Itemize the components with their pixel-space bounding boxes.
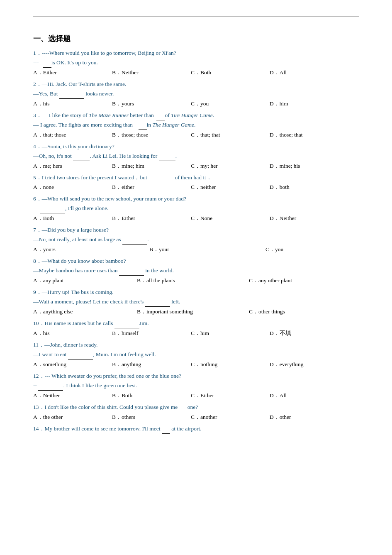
q7-options: A．yours B．your C．you <box>33 246 359 253</box>
q1-opt-c[interactable]: C．Both <box>191 69 270 76</box>
q11-line1: 11．—John, dinner is ready. <box>33 340 359 350</box>
q9-options: A．anything else B．important something C．… <box>33 308 359 315</box>
q3-line2: — I agree. The fights are more exciting … <box>33 120 359 130</box>
q10-opt-c[interactable]: C．him <box>191 330 270 337</box>
q4-opt-a[interactable]: A．me; hers <box>33 162 112 170</box>
q2-opt-c[interactable]: C．you <box>191 100 270 108</box>
q4-options: A．me; hers B．mine; him C．my; her D．mine;… <box>33 162 359 170</box>
q9-line2: —Wait a moment, please! Let me check if … <box>33 297 359 307</box>
q3-opt-c[interactable]: C．that; that <box>191 131 270 139</box>
q9-opt-c[interactable]: C．other things <box>249 308 332 315</box>
q8-line1: 8．—What do you know about bamboo? <box>33 257 359 266</box>
question-12: 12．--- Which sweater do you prefer, the … <box>33 372 359 399</box>
q8-opt-c[interactable]: C．any other plant <box>249 277 344 284</box>
q10-opt-a[interactable]: A．his <box>33 330 112 337</box>
q5-options: A．none B．either C．neither D．both <box>33 183 359 191</box>
q2-opt-d[interactable]: D．him <box>270 100 348 108</box>
q11-line2: —I want to eat , Mum. I'm not feeling we… <box>33 350 359 359</box>
q2-options: A．his B．yours C．you D．him <box>33 100 359 108</box>
question-4: 4．—Sonia, is this your dictionary? —Oh, … <box>33 142 359 170</box>
q9-line1: 9．—Hurry up! The bus is coming. <box>33 288 359 297</box>
q10-opt-d[interactable]: D．不填 <box>270 330 348 337</box>
q7-opt-c[interactable]: C．you <box>265 246 348 253</box>
q4-line1: 4．—Sonia, is this your dictionary? <box>33 142 359 152</box>
q6-opt-a[interactable]: A．Both <box>33 215 112 222</box>
question-11: 11．—John, dinner is ready. —I want to ea… <box>33 340 359 368</box>
q7-line1: 7．—Did you buy a large house? <box>33 225 359 235</box>
q6-line2: — , I'll go there alone. <box>33 204 359 213</box>
q4-line2: —Oh, no, it's not . Ask Li Lei. He is lo… <box>33 152 359 161</box>
q8-options: A．any plant B．all the plants C．any other… <box>33 277 359 284</box>
q4-opt-d[interactable]: D．mine; his <box>270 162 348 170</box>
q6-opt-d[interactable]: D．Neither <box>270 215 348 222</box>
q8-opt-b[interactable]: B．all the plants <box>137 277 249 284</box>
question-14: 14．My brother will come to see me tomorr… <box>33 424 359 434</box>
q12-options: A．Neither B．Both C．Either D．All <box>33 392 359 399</box>
q11-opt-d[interactable]: D．everything <box>270 361 348 368</box>
q11-options: A．something B．anything C．nothing D．every… <box>33 361 359 368</box>
q7-opt-b[interactable]: B．your <box>149 246 265 253</box>
q8-opt-a[interactable]: A．any plant <box>33 277 137 284</box>
q14-line1: 14．My brother will come to see me tomorr… <box>33 424 359 434</box>
q12-line2: -- . I think I like the green one best. <box>33 381 359 391</box>
q1-opt-a[interactable]: A．Either <box>33 69 112 76</box>
question-9: 9．—Hurry up! The bus is coming. —Wait a … <box>33 288 359 315</box>
q4-opt-c[interactable]: C．my; her <box>191 162 270 170</box>
q2-line2: —Yes, But looks newer. <box>33 89 359 99</box>
q3-line1: 3．— I like the story of The Maze Runner … <box>33 111 359 120</box>
q7-opt-a[interactable]: A．yours <box>33 246 149 253</box>
q3-opt-a[interactable]: A．that; those <box>33 131 112 139</box>
q9-opt-a[interactable]: A．anything else <box>33 308 137 315</box>
q8-line2: —Maybe bamboo has more uses than in the … <box>33 266 359 276</box>
section-title: 一、选择题 <box>33 34 359 44</box>
question-8: 8．—What do you know about bamboo? —Maybe… <box>33 257 359 284</box>
q10-line1: 10．His name is James but he calls Jim. <box>33 319 359 328</box>
q5-opt-b[interactable]: B．either <box>112 183 191 191</box>
q1-line2: --- is OK. It's up to you. <box>33 58 359 68</box>
q2-line1: 2．—Hi. Jack. Our T-shirts are the same. <box>33 80 359 89</box>
q11-opt-c[interactable]: C．nothing <box>191 361 270 368</box>
q13-line1: 13．I don't like the color of this shirt.… <box>33 403 359 412</box>
q12-opt-b[interactable]: B．Both <box>112 392 191 399</box>
q6-opt-b[interactable]: B．Either <box>112 215 191 222</box>
q10-options: A．his B．himself C．him D．不填 <box>33 330 359 337</box>
q11-opt-b[interactable]: B．anything <box>112 361 191 368</box>
question-1: 1．----Where would you like to go tomorro… <box>33 49 359 76</box>
q11-opt-a[interactable]: A．something <box>33 361 112 368</box>
q6-options: A．Both B．Either C．None D．Neither <box>33 215 359 222</box>
question-3: 3．— I like the story of The Maze Runner … <box>33 111 359 139</box>
q3-opt-b[interactable]: B．those; those <box>112 131 191 139</box>
q13-opt-b[interactable]: B．others <box>112 413 191 421</box>
q12-opt-d[interactable]: D．All <box>270 392 348 399</box>
question-6: 6．—Who will send you to the new school, … <box>33 194 359 222</box>
q1-line1: 1．----Where would you like to go tomorro… <box>33 49 359 58</box>
q5-line1: 5．I tried two stores for the present I w… <box>33 173 359 183</box>
q6-opt-c[interactable]: C．None <box>191 215 270 222</box>
q9-opt-b[interactable]: B．important something <box>137 308 249 315</box>
q1-options: A．Either B．Neither C．Both D．All <box>33 69 359 76</box>
q13-opt-d[interactable]: D．other <box>270 413 348 421</box>
question-7: 7．—Did you buy a large house? —No, not r… <box>33 225 359 253</box>
q5-opt-a[interactable]: A．none <box>33 183 112 191</box>
question-10: 10．His name is James but he calls Jim. A… <box>33 319 359 337</box>
q10-opt-b[interactable]: B．himself <box>112 330 191 337</box>
question-5: 5．I tried two stores for the present I w… <box>33 173 359 191</box>
q2-opt-b[interactable]: B．yours <box>112 100 191 108</box>
question-2: 2．—Hi. Jack. Our T-shirts are the same. … <box>33 80 359 108</box>
q5-opt-d[interactable]: D．both <box>270 183 348 191</box>
q12-opt-a[interactable]: A．Neither <box>33 392 112 399</box>
top-divider <box>33 17 359 17</box>
q13-options: A．the other B．others C．another D．other <box>33 413 359 421</box>
q1-opt-b[interactable]: B．Neither <box>112 69 191 76</box>
q13-opt-c[interactable]: C．another <box>191 413 270 421</box>
q12-line1: 12．--- Which sweater do you prefer, the … <box>33 372 359 381</box>
q3-opt-d[interactable]: D．those; that <box>270 131 348 139</box>
q6-line1: 6．—Who will send you to the new school, … <box>33 194 359 204</box>
q5-opt-c[interactable]: C．neither <box>191 183 270 191</box>
q4-opt-b[interactable]: B．mine; him <box>112 162 191 170</box>
q1-opt-d[interactable]: D．All <box>270 69 348 76</box>
q12-opt-c[interactable]: C．Either <box>191 392 270 399</box>
q13-opt-a[interactable]: A．the other <box>33 413 112 421</box>
q2-opt-a[interactable]: A．his <box>33 100 112 108</box>
question-13: 13．I don't like the color of this shirt.… <box>33 403 359 421</box>
